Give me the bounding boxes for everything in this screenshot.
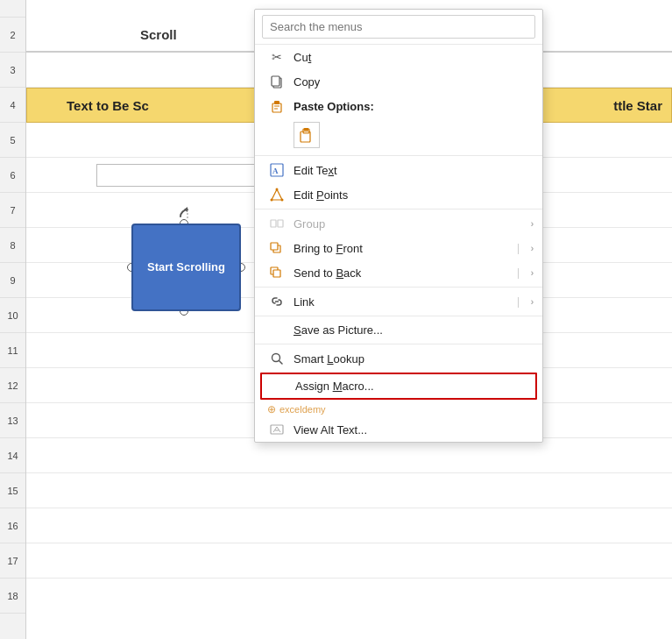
group-icon	[267, 217, 286, 231]
row-18	[26, 579, 672, 614]
svg-point-16	[281, 199, 284, 202]
svg-rect-10	[304, 128, 308, 131]
menu-item-view-alt-text[interactable]: View Alt Text...	[255, 417, 542, 442]
svg-rect-20	[271, 243, 278, 250]
exceldemy-watermark: ⊕ exceldemy	[255, 401, 542, 417]
row-15	[26, 473, 672, 508]
send-back-pipe: |	[517, 266, 520, 279]
svg-rect-26	[271, 425, 283, 434]
menu-item-group[interactable]: Group ›	[255, 211, 542, 236]
rotation-handle[interactable]	[177, 206, 198, 230]
group-label: Group	[294, 217, 325, 231]
svg-rect-3	[272, 76, 279, 86]
row-num-12: 12	[0, 368, 25, 403]
menu-item-edit-text[interactable]: A Edit Text	[255, 158, 542, 182]
menu-item-link[interactable]: Link | ›	[255, 289, 542, 314]
link-pipe: |	[517, 295, 520, 308]
cut-label: Cut	[294, 51, 311, 64]
bring-front-icon	[267, 241, 286, 255]
row-num-empty	[0, 0, 25, 18]
svg-rect-22	[273, 270, 280, 277]
svg-marker-13	[272, 189, 282, 200]
row-num-2: 2	[0, 18, 25, 53]
menu-item-send-back[interactable]: Send to Back | ›	[255, 260, 542, 285]
svg-line-28	[277, 427, 280, 432]
banner-left-text: Text to Be Sc	[27, 98, 149, 113]
row-num-16: 16	[0, 508, 25, 543]
svg-rect-5	[274, 101, 279, 104]
paste-icon-row[interactable]	[255, 118, 542, 153]
svg-point-15	[276, 188, 279, 191]
menu-item-copy[interactable]: Copy	[255, 69, 542, 94]
separator-3	[255, 287, 542, 288]
edit-text-label: Edit Text	[294, 164, 337, 177]
send-back-label: Send to Back	[294, 266, 361, 280]
smart-lookup-icon	[267, 351, 286, 366]
menu-item-smart-lookup[interactable]: Smart Lookup	[255, 346, 542, 371]
row-14	[26, 438, 672, 473]
row-num-5: 5	[0, 123, 25, 158]
view-alt-text-label: View Alt Text...	[294, 423, 367, 437]
bring-front-pipe: |	[517, 242, 520, 254]
svg-text:A: A	[272, 167, 279, 175]
row-16	[26, 508, 672, 543]
link-chevron: ›	[531, 297, 534, 307]
copy-label: Copy	[294, 75, 320, 89]
row-num-4: 4	[0, 88, 25, 123]
bring-front-chevron: ›	[531, 244, 534, 253]
spreadsheet: 2 3 4 5 6 7 8 9 10 11 12 13 14 15 16 17 …	[0, 0, 672, 639]
edit-points-label: Edit Points	[294, 188, 348, 202]
exceldemy-icon: ⊕	[267, 403, 276, 415]
row-num-3: 3	[0, 53, 25, 88]
send-back-icon	[267, 266, 286, 280]
edit-points-icon	[267, 188, 286, 202]
paste-options-label: Paste Options:	[294, 100, 374, 113]
row-num-9: 9	[0, 263, 25, 298]
edit-text-icon: A	[267, 163, 286, 177]
bring-front-label: Bring to Front	[294, 242, 363, 255]
menu-item-paste-options[interactable]: Paste Options:	[255, 94, 542, 118]
row-17	[26, 543, 672, 579]
assign-macro-wrapper: Assign Macro...	[260, 373, 537, 400]
banner-right-text: ttle Star	[613, 98, 671, 113]
link-icon	[267, 295, 286, 309]
save-picture-label: Save as Picture...	[294, 323, 383, 337]
row-numbers: 2 3 4 5 6 7 8 9 10 11 12 13 14 15 16 17 …	[0, 0, 26, 639]
alt-text-icon	[267, 422, 286, 437]
paste-icon-box-1[interactable]	[294, 122, 320, 148]
menu-item-bring-front[interactable]: Bring to Front | ›	[255, 236, 542, 260]
copy-icon	[267, 75, 286, 89]
header-title: Scroll	[26, 27, 177, 42]
svg-marker-0	[184, 207, 187, 212]
link-label: Link	[294, 295, 315, 309]
separator-4	[255, 316, 542, 316]
paste-icon	[267, 99, 286, 113]
menu-item-assign-macro[interactable]: Assign Macro...	[262, 374, 535, 398]
exceldemy-text: exceldemy	[279, 404, 326, 415]
menu-item-cut[interactable]: ✂ Cut	[255, 45, 542, 69]
svg-line-27	[273, 427, 277, 432]
row-num-17: 17	[0, 543, 25, 579]
search-bar	[255, 10, 542, 45]
context-menu: ✂ Cut Copy Paste Options: A	[254, 9, 543, 443]
row-num-15: 15	[0, 473, 25, 508]
smart-lookup-label: Smart Lookup	[294, 352, 364, 366]
svg-rect-17	[271, 220, 276, 227]
separator-5	[255, 344, 542, 344]
row-num-14: 14	[0, 438, 25, 473]
scroll-button-wrapper[interactable]: Start Scrolling	[131, 224, 241, 311]
group-chevron: ›	[531, 219, 534, 229]
row-num-13: 13	[0, 403, 25, 438]
assign-macro-label: Assign Macro...	[295, 380, 374, 393]
start-scrolling-button[interactable]: Start Scrolling	[131, 224, 241, 311]
row-num-6: 6	[0, 158, 25, 193]
send-back-chevron: ›	[531, 268, 534, 278]
search-input[interactable]	[262, 15, 535, 39]
menu-item-edit-points[interactable]: Edit Points	[255, 182, 542, 207]
menu-item-save-picture[interactable]: Save as Picture...	[255, 318, 542, 342]
row-num-7: 7	[0, 193, 25, 228]
svg-rect-18	[278, 220, 283, 227]
scissors-icon: ✂	[267, 50, 286, 64]
row-num-11: 11	[0, 333, 25, 368]
row-num-18: 18	[0, 579, 25, 614]
